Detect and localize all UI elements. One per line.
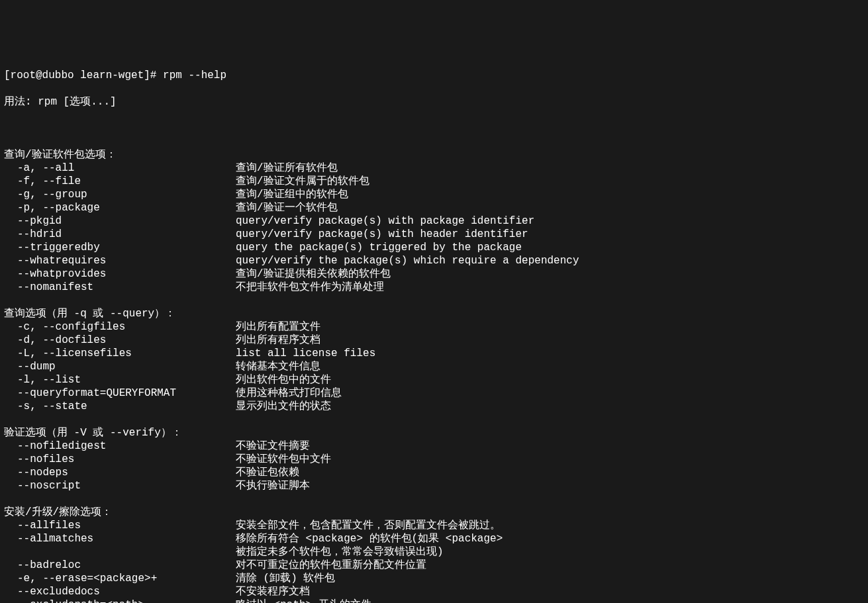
help-sections: 查询/验证软件包选项：-a, --all查询/验证所有软件包-f, --file…: [4, 148, 864, 603]
option-flag: --triggeredby: [4, 241, 236, 254]
option-description: 显示列出文件的状态: [236, 400, 864, 413]
option-flag: --queryformat=QUERYFORMAT: [4, 387, 236, 400]
option-row: --nodeps不验证包依赖: [4, 466, 864, 479]
option-flag: --whatrequires: [4, 254, 236, 267]
option-description: 使用这种格式打印信息: [236, 387, 864, 400]
option-description: query/verify package(s) with header iden…: [236, 228, 864, 241]
option-row: -e, --erase=<package>+清除 (卸载) 软件包: [4, 572, 864, 585]
option-row: -L, --licensefileslist all license files: [4, 347, 864, 360]
option-row: --nofiles不验证软件包中文件: [4, 453, 864, 466]
option-description: 清除 (卸载) 软件包: [236, 572, 864, 585]
terminal-output: [root@dubbo learn-wget]# rpm --help 用法: …: [4, 56, 864, 603]
option-description: 不验证文件摘要: [236, 440, 864, 453]
option-description: query/verify package(s) with package ide…: [236, 214, 864, 228]
option-flag: -f, --file: [4, 175, 236, 188]
option-flag: -l, --list: [4, 373, 236, 387]
blank-line: [4, 492, 864, 506]
option-description: 不把非软件包文件作为清单处理: [236, 281, 864, 294]
option-flag: --whatprovides: [4, 267, 236, 281]
option-row: -g, --group查询/验证组中的软件包: [4, 188, 864, 201]
option-flag: -a, --all: [4, 162, 236, 175]
option-flag: --excludedocs: [4, 585, 236, 598]
option-description: 略过以 <path> 开头的文件: [236, 598, 864, 603]
option-row: -d, --docfiles列出所有程序文档: [4, 334, 864, 347]
option-flag: -s, --state: [4, 400, 236, 413]
option-description: query/verify the package(s) which requir…: [236, 254, 864, 267]
option-flag: --nomanifest: [4, 281, 236, 294]
option-row: --allmatches移除所有符合 <package> 的软件包(如果 <pa…: [4, 532, 864, 545]
option-row: --triggeredbyquery the package(s) trigge…: [4, 241, 864, 254]
blank-line: [4, 294, 864, 307]
section-header: 安装/升级/擦除选项：: [4, 506, 864, 519]
option-flag: --nodeps: [4, 466, 236, 479]
option-row: -p, --package查询/验证一个软件包: [4, 201, 864, 214]
option-flag: -d, --docfiles: [4, 334, 236, 347]
section-header: 查询/验证软件包选项：: [4, 148, 864, 162]
option-row: --whatrequiresquery/verify the package(s…: [4, 254, 864, 267]
option-row: -c, --configfiles列出所有配置文件: [4, 320, 864, 334]
option-flag: --excludepath=<path>: [4, 598, 236, 603]
option-flag: -g, --group: [4, 188, 236, 201]
option-description: 对不可重定位的软件包重新分配文件位置: [236, 559, 864, 572]
option-row: --excludedocs不安装程序文档: [4, 585, 864, 598]
option-row: -l, --list列出软件包中的文件: [4, 373, 864, 387]
option-row: --nofiledigest不验证文件摘要: [4, 440, 864, 453]
option-description: 不安装程序文档: [236, 585, 864, 598]
option-row: --excludepath=<path>略过以 <path> 开头的文件: [4, 598, 864, 603]
option-row: -s, --state显示列出文件的状态: [4, 400, 864, 413]
option-description: 移除所有符合 <package> 的软件包(如果 <package>: [236, 532, 864, 545]
option-row: --badreloc对不可重定位的软件包重新分配文件位置: [4, 559, 864, 572]
option-description: 列出软件包中的文件: [236, 373, 864, 387]
option-description: 列出所有配置文件: [236, 320, 864, 334]
option-row: -f, --file查询/验证文件属于的软件包: [4, 175, 864, 188]
option-flag: --nofiledigest: [4, 440, 236, 453]
option-row: --whatprovides查询/验证提供相关依赖的软件包: [4, 267, 864, 281]
option-description: query the package(s) triggered by the pa…: [236, 241, 864, 254]
option-row: --allfiles安装全部文件，包含配置文件，否则配置文件会被跳过。: [4, 519, 864, 532]
option-description: 转储基本文件信息: [236, 360, 864, 373]
option-row: -a, --all查询/验证所有软件包: [4, 162, 864, 175]
option-description: 不执行验证脚本: [236, 479, 864, 492]
option-description: 查询/验证一个软件包: [236, 201, 864, 214]
option-row: --dump转储基本文件信息: [4, 360, 864, 373]
section-header: 查询选项（用 -q 或 --query）：: [4, 307, 864, 320]
option-flag: --hdrid: [4, 228, 236, 241]
option-flag: --allmatches: [4, 532, 236, 545]
option-row: --nomanifest不把非软件包文件作为清单处理: [4, 281, 864, 294]
option-description: 不验证包依赖: [236, 466, 864, 479]
option-description-continuation: 被指定未多个软件包，常常会导致错误出现): [4, 545, 864, 559]
option-row: --queryformat=QUERYFORMAT使用这种格式打印信息: [4, 387, 864, 400]
option-flag: --nofiles: [4, 453, 236, 466]
option-description: 安装全部文件，包含配置文件，否则配置文件会被跳过。: [236, 519, 864, 532]
option-description: 查询/验证组中的软件包: [236, 188, 864, 201]
option-description: 查询/验证所有软件包: [236, 162, 864, 175]
option-flag: -p, --package: [4, 201, 236, 214]
option-row: --noscript不执行验证脚本: [4, 479, 864, 492]
option-flag: --pkgid: [4, 214, 236, 228]
usage-line: 用法: rpm [选项...]: [4, 95, 864, 109]
option-row: --pkgidquery/verify package(s) with pack…: [4, 214, 864, 228]
command-prompt: [root@dubbo learn-wget]# rpm --help: [4, 69, 864, 82]
option-row: --hdridquery/verify package(s) with head…: [4, 228, 864, 241]
option-flag: --noscript: [4, 479, 236, 492]
option-description: 查询/验证提供相关依赖的软件包: [236, 267, 864, 281]
section-header: 验证选项（用 -V 或 --verify）：: [4, 426, 864, 440]
option-flag: -L, --licensefiles: [4, 347, 236, 360]
option-flag: --dump: [4, 360, 236, 373]
option-description: list all license files: [236, 347, 864, 360]
option-flag: --badreloc: [4, 559, 236, 572]
blank-line: [4, 122, 864, 135]
option-flag: --allfiles: [4, 519, 236, 532]
option-description: 不验证软件包中文件: [236, 453, 864, 466]
blank-line: [4, 413, 864, 426]
option-flag: -c, --configfiles: [4, 320, 236, 334]
option-description: 列出所有程序文档: [236, 334, 864, 347]
option-description: 查询/验证文件属于的软件包: [236, 175, 864, 188]
option-flag: -e, --erase=<package>+: [4, 572, 236, 585]
